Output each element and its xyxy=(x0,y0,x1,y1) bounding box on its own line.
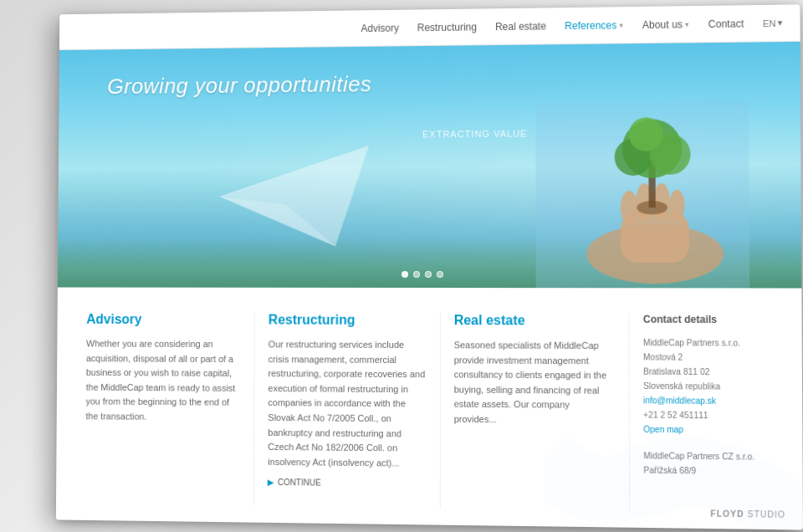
svg-point-15 xyxy=(637,201,667,214)
real-estate-title: Real estate xyxy=(454,313,616,329)
real-estate-text: Seasoned specialists of MiddleCap provid… xyxy=(454,338,616,428)
nav-real-estate[interactable]: Real estate xyxy=(495,20,546,33)
page-background: Advisory Restructuring Real estate Refer… xyxy=(0,0,803,532)
chevron-down-icon: ▾ xyxy=(619,21,623,29)
nav-restructuring[interactable]: Restructuring xyxy=(417,21,477,33)
slide-indicators xyxy=(402,271,443,278)
contact-company2: MiddleCap Partners CZ s.r.o. Pařížská 68… xyxy=(643,448,785,478)
hero-subtitle: Extracting value xyxy=(422,129,527,140)
slide-dot-4[interactable] xyxy=(437,271,443,278)
company1-name: MiddleCap Partners s.r.o. xyxy=(643,335,785,350)
svg-marker-0 xyxy=(220,146,369,247)
language-selector[interactable]: EN ▾ xyxy=(763,18,783,28)
slide-dot-1[interactable] xyxy=(402,271,408,278)
map-link: Open map xyxy=(643,422,785,438)
restructuring-section: Restructuring Our restructuring services… xyxy=(254,313,440,509)
watermark-text: FLOYD STUDIO xyxy=(710,509,785,519)
email-link[interactable]: info@middlecap.sk xyxy=(643,396,716,406)
content-area: Advisory Whether you are considering an … xyxy=(56,288,803,530)
restructuring-text: Our restructuring services include crisi… xyxy=(268,337,426,471)
hero-section: Growing your opportunities Extracting va… xyxy=(58,42,801,289)
paper-airplane-icon xyxy=(220,146,369,247)
browser-frame: Advisory Restructuring Real estate Refer… xyxy=(56,4,803,529)
company1-address3: Slovenská republika xyxy=(643,379,785,394)
company1-address2: Bratislava 811 02 xyxy=(643,365,785,380)
nav-about-us[interactable]: About us ▾ xyxy=(642,18,690,31)
continue-link[interactable]: ▶ CONTINUE xyxy=(268,478,426,489)
tree-hand-svg xyxy=(535,101,749,288)
restructuring-title: Restructuring xyxy=(269,313,427,328)
svg-point-9 xyxy=(669,190,685,220)
hero-title: Growing your opportunities xyxy=(107,71,371,100)
nav-contact[interactable]: Contact xyxy=(708,18,744,30)
company1-email: info@middlecap.sk xyxy=(643,393,785,409)
advisory-section: Advisory Whether you are considering an … xyxy=(72,312,255,506)
nav-advisory[interactable]: Advisory xyxy=(361,22,399,33)
real-estate-section: Real estate Seasoned specialists of Midd… xyxy=(440,313,630,510)
open-map-link[interactable]: Open map xyxy=(643,425,683,435)
watermark: FLOYD STUDIO xyxy=(710,509,785,519)
contact-section: Contact details MiddleCap Partners s.r.o… xyxy=(629,314,785,513)
chevron-down-icon: ▾ xyxy=(685,20,689,28)
nav-references[interactable]: References ▾ xyxy=(565,19,623,32)
company2-address1: Pařížská 68/9 xyxy=(643,463,785,478)
chevron-down-icon: ▾ xyxy=(778,18,783,28)
play-icon: ▶ xyxy=(268,478,274,487)
advisory-text: Whether you are considering an acquisiti… xyxy=(85,337,241,426)
svg-point-14 xyxy=(629,117,663,151)
slide-dot-2[interactable] xyxy=(413,271,420,278)
hero-tree-image xyxy=(535,101,749,288)
contact-title: Contact details xyxy=(643,314,785,326)
company1-address1: Mostová 2 xyxy=(643,350,785,365)
company1-phone: +21 2 52 451111 xyxy=(643,407,785,423)
contact-company1: MiddleCap Partners s.r.o. Mostová 2 Brat… xyxy=(643,335,785,437)
company2-name: MiddleCap Partners CZ s.r.o. xyxy=(643,448,785,464)
advisory-title: Advisory xyxy=(86,312,241,327)
svg-point-6 xyxy=(621,191,637,224)
slide-dot-3[interactable] xyxy=(425,271,432,278)
